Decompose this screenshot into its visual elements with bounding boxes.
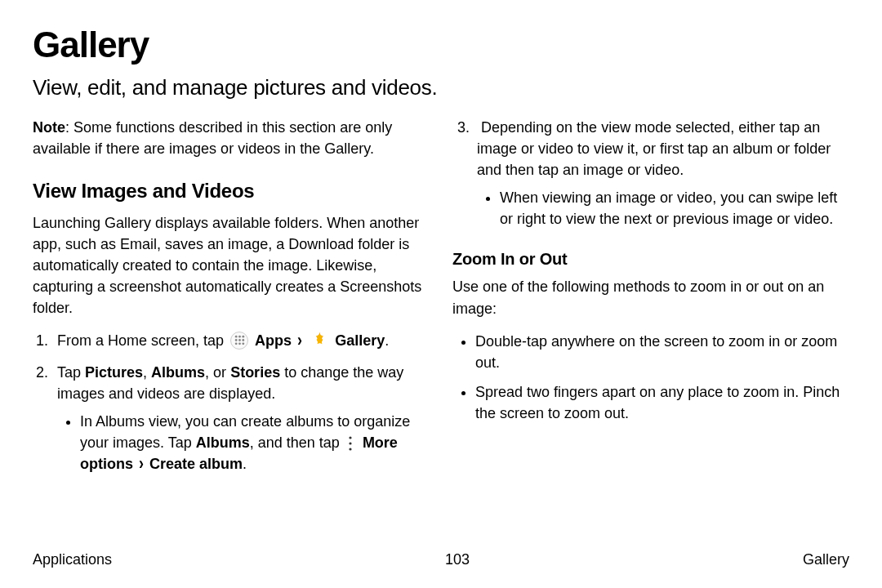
- svg-point-3: [234, 339, 237, 341]
- step-2-stories: Stories: [230, 364, 280, 381]
- step-2-c1: ,: [143, 364, 151, 381]
- step-2-sub-albums: Albums: [196, 434, 250, 451]
- steps-list: From a Home screen, tap Apps › Gallery. …: [33, 330, 430, 474]
- heading-view-images: View Images and Videos: [33, 177, 430, 206]
- svg-point-8: [242, 343, 244, 345]
- step-2-sub-end: .: [243, 456, 247, 472]
- step-3-sub: When viewing an image or video, you can …: [500, 187, 849, 229]
- footer-page-number: 103: [445, 551, 470, 568]
- step-1-arrow: ›: [297, 328, 302, 354]
- content-columns: Note: Some functions described in this s…: [33, 117, 849, 484]
- step-2-c2: , or: [205, 364, 230, 381]
- page-subtitle: View, edit, and manage pictures and vide…: [33, 75, 849, 100]
- zoom-bullet-1: Double-tap anywhere on the screen to zoo…: [475, 331, 849, 373]
- svg-point-1: [238, 336, 241, 338]
- step-1-end: .: [385, 332, 389, 349]
- step-2-sub-b: , and then tap: [250, 434, 344, 451]
- step-1: From a Home screen, tap Apps › Gallery.: [52, 330, 430, 351]
- svg-point-5: [242, 339, 244, 341]
- step-1-apps-label: Apps: [255, 332, 292, 349]
- step-3-sublist: When viewing an image or video, you can …: [477, 187, 849, 229]
- note-paragraph: Note: Some functions described in this s…: [33, 117, 430, 159]
- heading-zoom: Zoom In or Out: [452, 247, 849, 271]
- svg-point-10: [349, 443, 351, 445]
- view-paragraph: Launching Gallery displays available fol…: [33, 212, 430, 318]
- step-2-text-a: Tap: [57, 364, 85, 381]
- note-label: Note: [33, 119, 65, 136]
- step-1-gallery-label: Gallery: [335, 332, 385, 349]
- left-column: Note: Some functions described in this s…: [33, 117, 430, 484]
- footer-left: Applications: [33, 551, 112, 568]
- gallery-icon: [310, 332, 328, 350]
- step-2-sub: In Albums view, you can create albums to…: [80, 411, 430, 474]
- step-3: Depending on the view mode selected, eit…: [472, 117, 849, 229]
- step-2-albums: Albums: [151, 364, 205, 381]
- more-options-icon: [344, 435, 357, 452]
- svg-point-7: [238, 343, 241, 345]
- step-2: Tap Pictures, Albums, or Stories to chan…: [52, 362, 430, 474]
- note-text: : Some functions described in this secti…: [33, 119, 392, 157]
- svg-point-0: [234, 336, 237, 338]
- right-column: Depending on the view mode selected, eit…: [452, 117, 849, 484]
- svg-point-9: [349, 437, 351, 439]
- svg-point-11: [349, 448, 351, 451]
- page-footer: Applications 103 Gallery: [33, 551, 849, 568]
- zoom-paragraph: Use one of the following methods to zoom…: [452, 276, 849, 318]
- step-1-text-a: From a Home screen, tap: [57, 332, 228, 349]
- step-2-sub-create: Create album: [149, 456, 243, 472]
- step-2-sublist: In Albums view, you can create albums to…: [57, 411, 430, 474]
- apps-icon: [230, 332, 248, 350]
- step-2-pictures: Pictures: [85, 364, 143, 381]
- svg-point-6: [234, 343, 237, 345]
- svg-point-4: [238, 339, 241, 341]
- steps-list-continued: Depending on the view mode selected, eit…: [452, 117, 849, 229]
- footer-right: Gallery: [803, 551, 849, 568]
- zoom-list: Double-tap anywhere on the screen to zoo…: [452, 331, 849, 424]
- zoom-bullet-2: Spread two fingers apart on any place to…: [475, 381, 849, 424]
- step-3-text: Depending on the view mode selected, eit…: [477, 119, 831, 178]
- page-title: Gallery: [33, 24, 849, 65]
- step-2-sub-arrow: ›: [139, 451, 144, 476]
- svg-point-2: [242, 336, 244, 338]
